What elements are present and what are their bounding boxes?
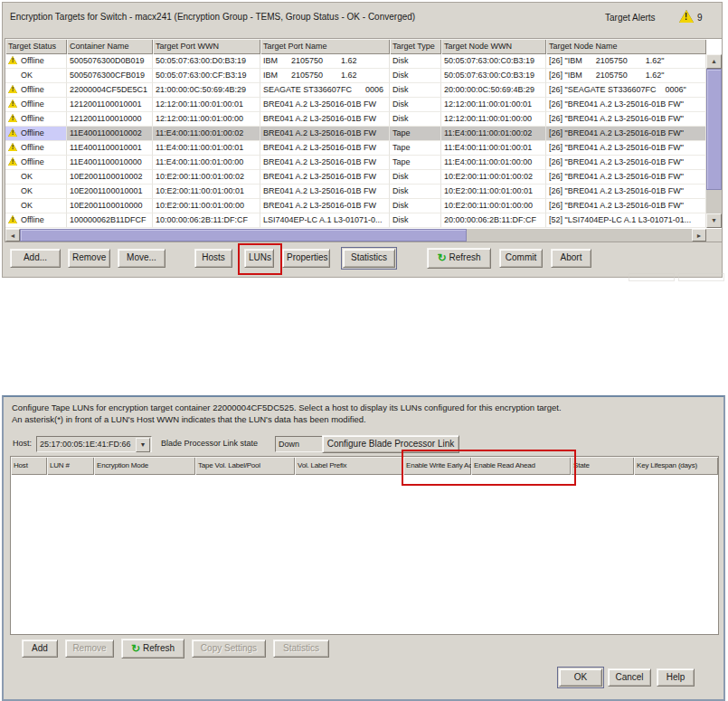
col-tape-vol-label[interactable]: Tape Vol. Label/Pool [195,457,295,475]
col-encryption-mode[interactable]: Encryption Mode [94,457,195,475]
target-type-cell: Tape [390,127,441,141]
lun-refresh-button[interactable]: ↻Refresh [121,639,184,658]
lun-remove-button[interactable]: Remove [65,639,114,658]
help-button[interactable]: Help [657,668,695,687]
target-type-cell: Disk [390,170,441,185]
table-row[interactable]: OK 10E2001100010000 10:E2:00:11:00:01:00… [5,199,706,213]
target-port-name-cell: BRE041 A.2 L3-25016-01B FW [260,112,390,127]
target-status-cell: Offline [5,112,67,127]
target-port-name-cell: BRE041 A.2 L3-25016-01B FW [260,98,390,112]
target-port-name-cell: IBM 2105750 1.62 [260,69,390,83]
vertical-scrollbar[interactable]: ▲ ▼ [706,54,722,228]
table-row[interactable]: OK 10E2001100010001 10:E2:00:11:00:01:00… [5,185,706,199]
abort-button[interactable]: Abort [551,249,591,268]
target-type-cell: Disk [390,199,441,213]
target-node-name-cell: [26] "BRE041 A.2 L3-25016-01B FW" [546,199,706,213]
container-name-cell: 10E2001100010001 [67,185,153,199]
col-state[interactable]: State [571,457,634,475]
lun-table-body [11,475,718,634]
status-text: Offline [21,157,44,166]
target-node-wwn-cell: 50:05:07:63:00:C0:B3:19 [441,54,546,69]
refresh-icon: ↻ [131,642,140,655]
refresh-icon: ↻ [437,251,446,264]
scroll-left-icon[interactable]: ◄ [5,229,20,242]
statistics-button[interactable]: Statistics [343,249,395,268]
table-row[interactable]: Offline 100000062B11DFCF 10:00:00:06:2B:… [5,213,706,228]
status-text: OK [21,172,33,181]
add-button[interactable]: Add... [10,249,61,268]
target-status-cell: Offline [5,127,67,141]
target-type-cell: Disk [390,83,441,98]
target-type-cell: Disk [390,112,441,127]
warning-icon [8,99,17,108]
target-status-cell: Offline [5,213,67,228]
col-container-name[interactable]: Container Name [67,39,153,54]
copy-settings-button[interactable]: Copy Settings [192,639,266,658]
col-target-port-name[interactable]: Target Port Name [260,39,390,54]
cancel-button[interactable]: Cancel [608,668,651,687]
lun-statistics-button[interactable]: Statistics [273,639,329,658]
col-target-node-wwn[interactable]: Target Node WWN [441,39,546,54]
target-node-wwn-cell: 20:00:00:06:2B:11:DF:CF [441,213,546,228]
encryption-targets-panel: Encryption Targets for Switch - macx241 … [2,2,723,278]
status-text: OK [21,201,33,210]
target-type-cell: Disk [390,213,441,228]
lun-table: Host LUN # Encryption Mode Tape Vol. Lab… [11,457,718,634]
col-target-node-name[interactable]: Target Node Name [546,39,706,54]
table-row[interactable]: Offline 1212001100010001 12:12:00:11:00:… [5,98,706,112]
target-node-name-cell: [52] "LSI7404EP-LC A.1 L3-01071-01... [546,213,706,228]
properties-button[interactable]: Properties [282,249,330,268]
target-port-name-cell: BRE041 A.2 L3-25016-01B FW [260,127,390,141]
col-vol-label-prefix[interactable]: Vol. Label Prefix [295,457,403,475]
target-node-wwn-cell: 12:12:00:11:00:01:00:00 [441,112,546,127]
target-type-cell: Disk [390,98,441,112]
target-node-name-cell: [26] "BRE041 A.2 L3-25016-01B FW" [546,127,706,141]
remove-button[interactable]: Remove [68,249,110,268]
table-row[interactable]: Offline 1212001100010000 12:12:00:11:00:… [5,112,706,127]
luns-button[interactable]: LUNs [244,249,274,268]
table-row[interactable]: Offline 11E4001100010000 11:E4:00:11:00:… [5,156,706,170]
lun-table-header: Host LUN # Encryption Mode Tape Vol. Lab… [11,457,718,475]
col-enable-write-early-ack[interactable]: Enable Write Early Ack [403,457,471,475]
move-button[interactable]: Move... [118,249,165,268]
vertical-scroll-thumb[interactable] [706,69,722,190]
target-port-wwn-cell: 10:E2:00:11:00:01:00:02 [153,170,260,185]
lun-add-button[interactable]: Add [22,639,58,658]
hosts-button[interactable]: Hosts [194,249,232,268]
horizontal-scrollbar[interactable]: ◄ ► [5,229,706,242]
table-row[interactable]: Offline 5005076300D0B019 50:05:07:63:00:… [5,54,706,69]
configure-bp-link-button[interactable]: Configure Blade Processor Link [322,435,459,453]
warning-icon [8,128,17,137]
table-row[interactable]: OK 5005076300CFB019 50:05:07:63:00:CF:B3… [5,69,706,83]
col-target-status[interactable]: Target Status [5,39,67,54]
container-name-cell: 100000062B11DFCF [67,213,153,228]
scroll-down-icon[interactable]: ▼ [706,213,722,228]
target-node-name-cell: [26] "BRE041 A.2 L3-25016-01B FW" [546,156,706,170]
target-node-wwn-cell: 11:E4:00:11:00:01:00:01 [441,141,546,156]
col-target-type[interactable]: Target Type [390,39,441,54]
target-node-wwn-cell: 10:E2:00:11:00:01:00:00 [441,199,546,213]
container-name-cell: 22000004CF5DE5C1 [67,83,153,98]
status-text: Offline [21,128,44,137]
col-host[interactable]: Host [11,457,47,475]
target-node-name-cell: [26] "SEAGATE ST336607FC 0006" [546,83,706,98]
target-port-name-cell: BRE041 A.2 L3-25016-01B FW [260,156,390,170]
commit-button[interactable]: Commit [499,249,543,268]
col-lun-number[interactable]: LUN # [47,457,94,475]
target-type-cell: Disk [390,185,441,199]
col-key-lifespan[interactable]: Key Lifespan (days) [634,457,718,475]
table-row[interactable]: Offline 11E4001100010001 11:E4:00:11:00:… [5,141,706,156]
col-enable-read-ahead[interactable]: Enable Read Ahead [471,457,571,475]
refresh-button[interactable]: ↻Refresh [427,248,491,269]
table-row[interactable]: Offline 11E4001100010002 11:E4:00:11:00:… [5,127,706,141]
horizontal-scroll-thumb[interactable] [20,229,467,242]
target-node-name-cell: [26] "BRE041 A.2 L3-25016-01B FW" [546,112,706,127]
ok-button[interactable]: OK [559,668,602,687]
scroll-right-icon[interactable]: ► [692,229,706,242]
table-row[interactable]: Offline 22000004CF5DE5C1 21:00:00:0C:50:… [5,83,706,98]
chevron-down-icon[interactable]: ▼ [136,438,150,452]
scroll-up-icon[interactable]: ▲ [706,54,722,69]
host-select[interactable]: 25:17:00:05:1E:41:FD:66 ▼ [36,436,152,452]
col-target-port-wwn[interactable]: Target Port WWN [153,39,260,54]
table-row[interactable]: OK 10E2001100010002 10:E2:00:11:00:01:00… [5,170,706,185]
